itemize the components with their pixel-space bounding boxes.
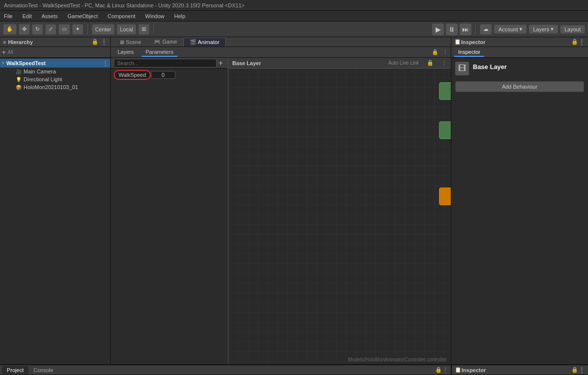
title-text: AnimationTest - WalkSpeedTest - PC, Mac …	[4, 2, 245, 8]
menu-file[interactable]: File	[2, 12, 15, 20]
insp-tab-inspector[interactable]: Inspector	[454, 48, 484, 57]
dots-canvas[interactable]: ⋮	[441, 60, 447, 66]
inspector-lock[interactable]: 🔒	[571, 39, 578, 45]
entry-node[interactable]: Entry	[439, 121, 451, 139]
center-area: 🖥 Scene 🎮 Game 🎬 Animator Layers Paramet…	[111, 37, 451, 364]
project-lock[interactable]: 🔒	[435, 367, 442, 373]
toolbar: ✋ ✥ ↻ ⤢ ▭ ✦ Center Local ⊞ ☁ Account ▾ L…	[0, 22, 588, 37]
animator-footer-path: Models/HoloMonAnimatorController.control…	[348, 357, 447, 362]
params-add-btn[interactable]: +	[217, 59, 225, 68]
animator-panel: Layers Parameters 🔒 ⋮ + WalkSpeed	[111, 47, 451, 364]
hierarchy-root-menu[interactable]: ⋮	[102, 60, 108, 67]
inspector-icon: 📋	[454, 39, 461, 45]
menu-component[interactable]: Component	[105, 12, 137, 20]
menu-edit[interactable]: Edit	[21, 12, 34, 20]
grid-btn[interactable]: ⊞	[138, 24, 149, 35]
inspector-bottom-lock[interactable]: 🔒	[571, 367, 578, 373]
hierarchy-panel: ≡ Hierarchy 🔒 ⋮ + All ▾ WalkSpeedTest ⋮ …	[0, 37, 111, 364]
action-walk-node[interactable]: Action_Walk	[439, 188, 451, 205]
cloud-btn[interactable]: ☁	[480, 24, 492, 35]
add-behaviour-btn[interactable]: Add Behaviour	[455, 81, 584, 92]
root-arrow: ▾	[2, 61, 4, 66]
add-hierarchy-btn[interactable]: +	[2, 48, 6, 56]
hierarchy-main-camera[interactable]: 🎥 Main Camera	[0, 68, 110, 75]
hierarchy-directional-light[interactable]: 💡 Directional Light	[0, 75, 110, 83]
hierarchy-holomon[interactable]: 📦 HoloMon20210103_01	[0, 83, 110, 91]
params-search[interactable]	[114, 59, 217, 68]
camera-icon: 🎥	[16, 69, 22, 74]
play-btn[interactable]	[432, 23, 444, 35]
inspector-bottom-header: 📋 Inspector 🔒 ⋮	[452, 365, 588, 375]
animator-menu[interactable]: ⋮	[442, 49, 448, 55]
animator-tab-icon: 🎬	[190, 39, 196, 45]
tab-animator[interactable]: 🎬 Animator	[183, 38, 225, 47]
menu-window[interactable]: Window	[143, 12, 166, 20]
animator-main-area: + WalkSpeed Any State	[111, 58, 451, 364]
layout-btn[interactable]: Layout	[560, 25, 585, 34]
lock-icon[interactable]: 🔒	[92, 39, 98, 45]
play-icon	[436, 25, 441, 33]
menu-help[interactable]: Help	[172, 12, 187, 20]
hierarchy-menu[interactable]: ⋮	[100, 38, 107, 46]
scale-tool-btn[interactable]: ⤢	[45, 24, 56, 35]
lock-icon-canvas[interactable]: 🔒	[427, 60, 434, 66]
step-btn[interactable]	[460, 23, 471, 35]
pause-btn[interactable]	[446, 23, 458, 35]
tab-scene[interactable]: 🖥 Scene	[113, 38, 147, 47]
hierarchy-title: Hierarchy	[8, 39, 33, 45]
rotate-tool-btn[interactable]: ↻	[32, 24, 43, 35]
toolbar-right: ☁ Account ▾ Layers ▾ Layout	[432, 23, 585, 35]
base-layer-header-label: Base Layer	[232, 60, 261, 66]
filter-all: All	[8, 49, 13, 55]
walkspeed-param-row[interactable]: WalkSpeed	[111, 69, 228, 81]
inspector-title: Inspector	[461, 39, 486, 45]
holomon-label: HoloMon20210103_01	[24, 84, 78, 90]
toolbar-separator-2	[153, 24, 154, 34]
inspector-header: 📋 Inspector 🔒 ⋮	[451, 37, 588, 47]
project-tabs: Project Console 🔒 ⋮	[0, 365, 451, 375]
inspector-bottom-menu[interactable]: ⋮	[578, 366, 585, 374]
inspector-bottom-icon: 📋	[455, 367, 462, 373]
titlebar: AnimationTest - WalkSpeedTest - PC, Mac …	[0, 0, 588, 11]
light-icon: 💡	[16, 77, 22, 82]
params-header: +	[111, 58, 228, 69]
hierarchy-content: ▾ WalkSpeedTest ⋮ 🎥 Main Camera 💡 Direct…	[0, 58, 110, 364]
base-layer-header: 🎞 Base Layer	[455, 62, 584, 75]
toolbar-separator-3	[475, 24, 476, 34]
project-tab[interactable]: Project	[2, 366, 28, 374]
camera-label: Main Camera	[24, 69, 56, 74]
local-btn[interactable]: Local	[117, 24, 136, 35]
inspector-bottom-title: Inspector	[462, 367, 486, 373]
animator-canvas[interactable]: Any State Entry Action_Walk	[228, 58, 451, 364]
bottom-area: Project Console 🔒 ⋮ ★ Favorites ▾ 📁 Asse…	[0, 364, 588, 375]
base-layer-title: Base Layer	[473, 63, 507, 70]
menu-assets[interactable]: Assets	[40, 12, 60, 20]
console-tab[interactable]: Console	[28, 366, 58, 374]
animator-header: Layers Parameters 🔒 ⋮	[111, 47, 451, 58]
animator-canvas-header: Base Layer Auto Live Link 🔒 ⋮	[228, 58, 451, 69]
base-layer-icon: 🎞	[455, 62, 469, 75]
game-tab-icon: 🎮	[154, 39, 161, 45]
walkspeed-label: WalkSpeed	[114, 70, 151, 80]
tab-game[interactable]: 🎮 Game	[147, 37, 183, 47]
any-state-node[interactable]: Any State	[439, 82, 451, 100]
layers-btn[interactable]: Layers ▾	[529, 24, 558, 34]
hierarchy-root-item[interactable]: ▾ WalkSpeedTest ⋮	[0, 59, 110, 68]
menu-gameobject[interactable]: GameObject	[66, 12, 100, 20]
inspector-bottom: 📋 Inspector 🔒 ⋮ Asset Labels	[451, 365, 588, 375]
animator-parameters-tab[interactable]: Parameters	[142, 48, 177, 57]
auto-live-label: Auto Live Link	[388, 60, 419, 66]
animator-layers-tab[interactable]: Layers	[114, 48, 138, 57]
inspector-menu[interactable]: ⋮	[578, 38, 585, 46]
inspector-tabs: Inspector	[451, 47, 588, 58]
center-btn[interactable]: Center	[92, 24, 115, 35]
account-btn[interactable]: Account ▾	[494, 24, 527, 34]
rect-tool-btn[interactable]: ▭	[58, 24, 70, 35]
hierarchy-icon: ≡	[3, 39, 6, 45]
animator-lock[interactable]: 🔒	[432, 49, 439, 55]
project-menu[interactable]: ⋮	[442, 366, 449, 374]
transform-tool-btn[interactable]: ✦	[72, 24, 83, 35]
walkspeed-value[interactable]	[151, 71, 175, 79]
move-tool-btn[interactable]: ✥	[19, 24, 30, 35]
hand-tool-btn[interactable]: ✋	[3, 24, 17, 35]
